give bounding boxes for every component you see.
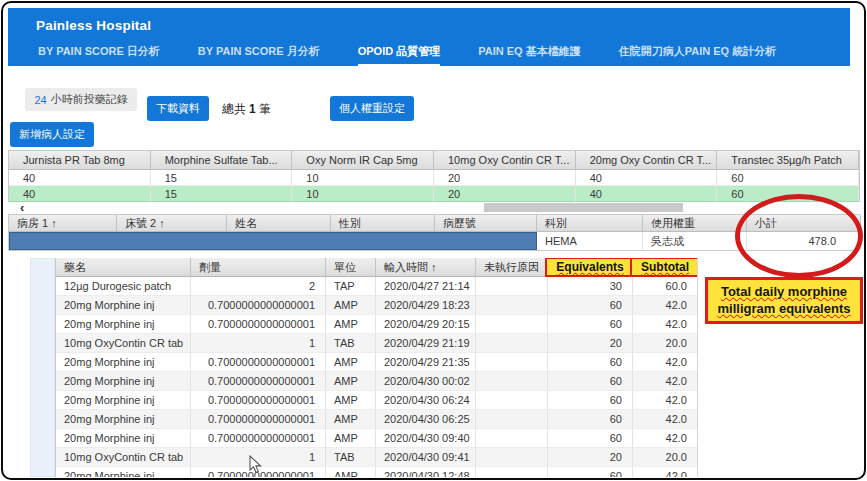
opioid-column-header: Morphine Sulfate Tab...: [151, 151, 293, 170]
meds-cell: 2020/04/30 09:40: [376, 429, 476, 448]
meds-cell: AMP: [326, 391, 376, 410]
patient-cell: HEMA: [537, 232, 643, 250]
meds-cell: 1: [191, 448, 326, 467]
meds-cell: [476, 353, 548, 372]
opioid-column-header: 10mg Oxy Contin CR T...: [434, 151, 576, 170]
meds-cell: 2020/04/30 12:48: [376, 467, 476, 477]
patient-column-header[interactable]: 病房 1 ↑: [9, 215, 117, 232]
meds-cell: 2020/04/29 18:23: [376, 296, 476, 315]
opioid-cell: 60: [717, 170, 859, 186]
meds-cell: 60: [548, 353, 633, 372]
meds-column-header[interactable]: Equivalents: [548, 258, 633, 277]
meds-cell: 20: [548, 334, 633, 353]
opioid-cell: 40: [9, 170, 151, 186]
opioid-weights-table: Jurnista PR Tab 8mgMorphine Sulfate Tab.…: [8, 150, 860, 202]
patient-column-header[interactable]: 床號 2 ↑: [117, 215, 227, 232]
patient-column-header: 病歷號: [435, 215, 537, 232]
download-data-button[interactable]: 下載資料: [147, 96, 209, 121]
meds-cell: 60: [548, 391, 633, 410]
meds-table-body: 12µg Durogesic patch2TAP2020/04/27 21:14…: [56, 277, 697, 477]
tab-item[interactable]: BY PAIN SCORE 月分析: [198, 44, 320, 66]
meds-cell: 0.7000000000000001: [191, 372, 326, 391]
meds-cell: 42.0: [633, 467, 698, 477]
add-patient-settings-button[interactable]: 新增病人設定: [10, 122, 94, 147]
meds-column-header: 劑量: [191, 258, 326, 277]
meds-cell: 2020/04/30 06:25: [376, 410, 476, 429]
opioid-cell: 40: [576, 186, 718, 202]
meds-cell: 60: [548, 467, 633, 477]
meds-cell: 10mg OxyContin CR tab: [56, 448, 191, 467]
opioid-column-header: Jurnista PR Tab 8mg: [9, 151, 151, 170]
meds-cell: 42.0: [633, 372, 698, 391]
patient-column-header: 小計: [747, 215, 861, 232]
tab-item[interactable]: BY PAIN SCORE 日分析: [38, 44, 160, 66]
meds-cell: [476, 467, 548, 477]
patient-cell: 478.0: [747, 232, 861, 250]
meds-cell: TAB: [326, 448, 376, 467]
total-count: 1: [249, 102, 256, 116]
meds-cell: AMP: [326, 296, 376, 315]
opioid-table-body: 401510204060401510204060: [9, 170, 859, 202]
tab-item[interactable]: OPOID 品質管理: [358, 44, 441, 66]
meds-column-header[interactable]: Subtotal: [633, 258, 698, 277]
opioid-cell: 10: [292, 186, 434, 202]
meds-table-row: 20mg Morphine inj0.7000000000000001AMP20…: [56, 410, 697, 429]
patient-table-header-row: 病房 1 ↑床號 2 ↑姓名性別病歷號科別使用權重小計: [9, 215, 859, 232]
meds-cell: 20mg Morphine inj: [56, 429, 191, 448]
personal-weight-settings-button[interactable]: 個人權重設定: [330, 96, 414, 121]
meds-cell: 2020/04/30 06:24: [376, 391, 476, 410]
meds-table-row: 20mg Morphine inj0.7000000000000001AMP20…: [56, 353, 697, 372]
opioid-table-row[interactable]: 401510204060: [9, 170, 859, 186]
meds-cell: 60: [548, 372, 633, 391]
meds-cell: 20: [548, 448, 633, 467]
meds-cell: 0.7000000000000001: [191, 353, 326, 372]
meds-cell: 0.7000000000000001: [191, 467, 326, 477]
total-count-text: 總共1筆: [222, 101, 271, 118]
patient-column-header: 使用權重: [643, 215, 747, 232]
meds-column-header[interactable]: 輸入時間 ↑: [376, 258, 476, 277]
meds-cell: 2020/04/27 21:14: [376, 277, 476, 296]
meds-cell: 42.0: [633, 353, 698, 372]
meds-cell: [476, 391, 548, 410]
meds-column-header: 未執行原因: [476, 258, 548, 277]
highlighted-header-label: Subtotal: [630, 258, 698, 277]
meds-cell: AMP: [326, 315, 376, 334]
meds-cell: 60: [548, 410, 633, 429]
tab-item[interactable]: PAIN EQ 基本檔維護: [478, 44, 580, 66]
patient-row[interactable]: HEMA吳志成478.0: [9, 232, 859, 250]
scrollbar-thumb[interactable]: [484, 203, 683, 212]
opioid-cell: 20: [434, 170, 576, 186]
opioid-cell: 20: [434, 186, 576, 202]
hours-value[interactable]: 24: [34, 94, 46, 106]
meds-cell: 0.7000000000000001: [191, 315, 326, 334]
opioid-cell: 15: [151, 186, 293, 202]
scroll-left-icon[interactable]: ‹: [20, 200, 24, 215]
patient-column-header: 科別: [537, 215, 643, 232]
meds-cell: 42.0: [633, 410, 698, 429]
tab-item[interactable]: 住院開刀病人PAIN EQ 統計分析: [619, 44, 776, 66]
opioid-table-row[interactable]: 401510204060: [9, 186, 859, 202]
meds-cell: 0.7000000000000001: [191, 391, 326, 410]
meds-cell: 0.7000000000000001: [191, 410, 326, 429]
meds-cell: TAP: [326, 277, 376, 296]
meds-cell: 60: [548, 296, 633, 315]
meds-cell: 20mg Morphine inj: [56, 467, 191, 477]
meds-cell: 20.0: [633, 448, 698, 467]
meds-cell: 0.7000000000000001: [191, 296, 326, 315]
hours-before-record-field[interactable]: 24 小時前投藥記錄: [25, 88, 137, 111]
meds-cell: 60: [548, 315, 633, 334]
meds-cell: 42.0: [633, 296, 698, 315]
meds-table-header-row: 藥名劑量單位輸入時間 ↑未執行原因EquivalentsSubtotal: [56, 258, 697, 277]
meds-cell: 60: [548, 429, 633, 448]
horizontal-scrollbar[interactable]: ‹: [8, 202, 860, 214]
meds-cell: 2020/04/29 20:15: [376, 315, 476, 334]
app-title: Painless Hospital: [36, 18, 151, 33]
meds-table-row: 10mg OxyContin CR tab1TAB2020/04/29 21:1…: [56, 334, 697, 353]
meds-cell: [476, 334, 548, 353]
meds-cell: [476, 372, 548, 391]
meds-cell: [476, 448, 548, 467]
patient-cell: 吳志成: [643, 232, 747, 250]
patient-table: 病房 1 ↑床號 2 ↑姓名性別病歷號科別使用權重小計 HEMA吳志成478.0: [8, 214, 860, 251]
meds-table-row: 20mg Morphine inj0.7000000000000001AMP20…: [56, 296, 697, 315]
row-selector-gutter: [30, 258, 55, 477]
